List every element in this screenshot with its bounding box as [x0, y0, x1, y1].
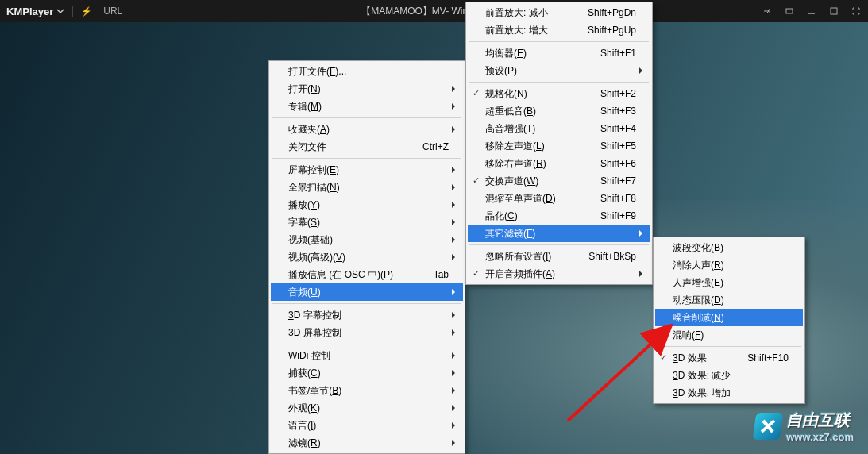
filter-menu-item-5[interactable]: 混响(F) — [655, 326, 803, 344]
audio-menu-item-8[interactable]: 高音增强(T)Shift+F4 — [468, 120, 650, 137]
main-menu-item-23[interactable]: 语言(I) — [271, 417, 463, 434]
filter-menu-item-4[interactable]: 噪音削减(N) — [655, 309, 803, 326]
audio-menu-item-1[interactable]: 前置放大: 增大Shift+PgUp — [468, 21, 650, 39]
url-button[interactable]: URL — [103, 6, 122, 17]
video-title: 【MAMAMOO】MV- Wind Flower. — [0, 5, 868, 18]
filter-menu-item-0[interactable]: 波段变化(B) — [655, 239, 803, 256]
main-menu-item-2[interactable]: 专辑(M) — [271, 98, 463, 115]
menu-item-label: 超重低音(B) — [485, 105, 536, 118]
menu-item-label: 规格化(N) — [485, 87, 527, 101]
menu-item-label: 开启音频插件(A) — [485, 267, 555, 281]
main-menu-item-21[interactable]: 书签/章节(B) — [271, 382, 463, 399]
watermark-icon — [753, 413, 784, 440]
menu-item-label: 动态压限(D) — [673, 294, 724, 307]
audio-menu-item-4[interactable]: 预设(P) — [468, 62, 650, 79]
menu-item-label: 全景扫描(N) — [288, 181, 340, 194]
audio-menu-item-6[interactable]: ✓规格化(N)Shift+F2 — [468, 85, 650, 102]
main-menu-item-24[interactable]: 滤镜(R) — [271, 434, 463, 452]
audio-menu-item-17[interactable]: ✓开启音频插件(A) — [468, 265, 650, 283]
menu-item-label: 收藏夹(A) — [288, 123, 330, 137]
menu-item-label: 噪音削减(N) — [673, 311, 724, 325]
menu-item-label: 交换声道(W) — [485, 175, 538, 188]
menu-item-label: 视频(基础) — [288, 233, 333, 247]
audio-menu-item-12[interactable]: 混缩至单声道(D)Shift+F8 — [468, 190, 650, 207]
context-menu-main: 打开文件(F)...打开(N)专辑(M)收藏夹(A)关闭文件Ctrl+Z屏幕控制… — [268, 60, 465, 454]
menu-item-hotkey: Shift+PgUp — [564, 25, 636, 36]
minimize-icon[interactable] — [806, 6, 817, 17]
main-menu-item-7[interactable]: 屏幕控制(E) — [271, 161, 463, 179]
menu-item-label: 屏幕控制(E) — [288, 164, 339, 177]
menu-item-label: 专辑(M) — [288, 100, 322, 114]
main-menu-item-19[interactable]: WiDi 控制 — [271, 347, 463, 364]
audio-menu-item-0[interactable]: 前置放大: 减小Shift+PgDn — [468, 4, 650, 21]
filter-menu-item-2[interactable]: 人声增强(E) — [655, 274, 803, 291]
menu-item-hotkey: Tab — [410, 269, 449, 280]
main-menu-item-13[interactable]: 播放信息 (在 OSC 中)(P)Tab — [271, 266, 463, 283]
filter-menu-item-3[interactable]: 动态压限(D) — [655, 291, 803, 309]
main-menu-item-8[interactable]: 全景扫描(N) — [271, 179, 463, 196]
menu-item-hotkey: Shift+F3 — [577, 106, 636, 117]
maximize-icon[interactable] — [828, 6, 839, 17]
menu-item-hotkey: Shift+F7 — [577, 175, 636, 187]
audio-menu-item-7[interactable]: 超重低音(B)Shift+F3 — [468, 102, 650, 120]
filter-menu-item-1[interactable]: 消除人声(R) — [655, 256, 803, 274]
main-menu-item-14[interactable]: 音频(U) — [271, 283, 463, 301]
main-menu-item-22[interactable]: 外观(K) — [271, 399, 463, 417]
menu-separator — [469, 82, 649, 83]
menu-item-label: 播放(Y) — [288, 198, 320, 212]
menu-item-hotkey: Shift+PgDn — [564, 7, 636, 18]
menu-item-hotkey: Shift+F6 — [577, 158, 636, 169]
audio-menu-item-14[interactable]: 其它滤镜(F) — [468, 225, 650, 242]
watermark-text: 自由互联 — [786, 411, 850, 429]
main-menu-item-4[interactable]: 收藏夹(A) — [271, 121, 463, 138]
audio-menu-item-3[interactable]: 均衡器(E)Shift+F1 — [468, 44, 650, 62]
menu-item-label: 移除右声道(R) — [485, 157, 546, 171]
menu-item-label: 语言(I) — [288, 419, 316, 433]
main-menu-item-12[interactable]: 视频(高级)(V) — [271, 248, 463, 266]
menu-separator — [657, 346, 801, 347]
menu-item-label: 其它滤镜(F) — [485, 227, 535, 240]
menu-item-label: 移除左声道(L) — [485, 140, 545, 153]
app-logo[interactable]: KMPlayer — [6, 6, 64, 17]
context-menu-filters: 波段变化(B)消除人声(R)人声增强(E)动态压限(D)噪音削减(N)混响(F)… — [653, 237, 805, 404]
audio-menu-item-16[interactable]: 忽略所有设置(I)Shift+BkSp — [468, 248, 650, 265]
main-menu-item-20[interactable]: 捕获(C) — [271, 364, 463, 382]
menu-item-label: 前置放大: 增大 — [485, 24, 548, 37]
menu-item-label: 书签/章节(B) — [288, 384, 341, 398]
main-menu-item-1[interactable]: 打开(N) — [271, 80, 463, 98]
main-menu-item-10[interactable]: 字幕(S) — [271, 214, 463, 231]
window-controls — [762, 6, 862, 17]
fullscreen-icon[interactable] — [851, 6, 862, 17]
menu-item-label: 3D 屏幕控制 — [288, 326, 341, 340]
menu-item-label: 波段变化(B) — [673, 241, 723, 255]
filter-menu-item-7[interactable]: ✓3D 效果Shift+F10 — [655, 349, 803, 367]
menu-separator — [272, 344, 461, 344]
audio-menu-item-9[interactable]: 移除左声道(L)Shift+F5 — [468, 137, 650, 155]
bolt-icon[interactable]: ⚡ — [81, 6, 92, 17]
title-bar: KMPlayer ⚡ URL 【MAMAMOO】MV- Wind Flower. — [0, 0, 868, 22]
menu-item-hotkey: Shift+F5 — [577, 140, 636, 152]
audio-menu-item-11[interactable]: ✓交换声道(W)Shift+F7 — [468, 172, 650, 190]
pin-icon[interactable] — [762, 6, 773, 17]
filter-menu-item-8[interactable]: 3D 效果: 减少 — [655, 367, 803, 384]
context-menu-audio: 前置放大: 减小Shift+PgDn前置放大: 增大Shift+PgUp均衡器(… — [465, 2, 653, 285]
check-icon: ✓ — [473, 88, 480, 98]
menu-item-label: 晶化(C) — [485, 210, 518, 223]
main-menu-item-16[interactable]: 3D 字幕控制 — [271, 306, 463, 324]
menu-item-label: 外观(K) — [288, 402, 320, 415]
menu-separator — [272, 158, 461, 159]
main-menu-item-9[interactable]: 播放(Y) — [271, 196, 463, 214]
watermark-url: www.xz7.com — [786, 431, 854, 443]
main-menu-item-11[interactable]: 视频(基础) — [271, 231, 463, 248]
audio-menu-item-10[interactable]: 移除右声道(R)Shift+F6 — [468, 155, 650, 172]
compact-icon[interactable] — [784, 6, 795, 17]
main-menu-item-17[interactable]: 3D 屏幕控制 — [271, 324, 463, 341]
main-menu-item-5[interactable]: 关闭文件Ctrl+Z — [271, 138, 463, 156]
menu-item-hotkey: Shift+F9 — [577, 210, 636, 221]
menu-item-label: 滤镜(R) — [288, 437, 321, 450]
menu-item-label: 均衡器(E) — [485, 47, 527, 60]
menu-separator — [272, 117, 461, 118]
audio-menu-item-13[interactable]: 晶化(C)Shift+F9 — [468, 207, 650, 225]
main-menu-item-0[interactable]: 打开文件(F)... — [271, 63, 463, 80]
filter-menu-item-9[interactable]: 3D 效果: 增加 — [655, 384, 803, 402]
